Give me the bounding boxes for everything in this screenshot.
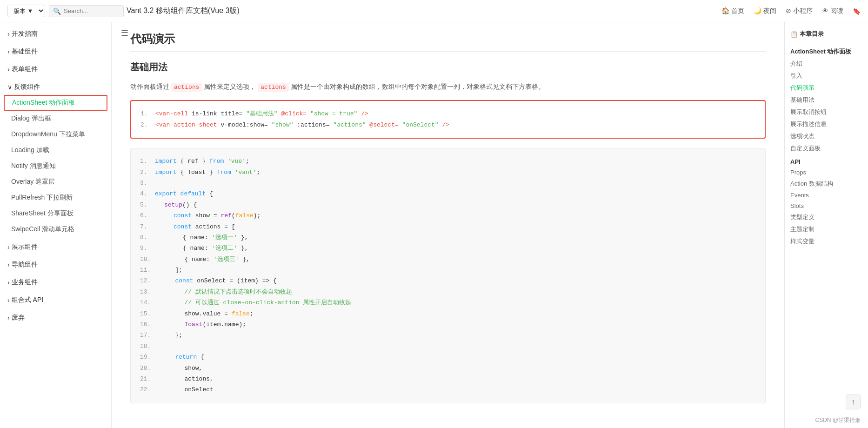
line-num: 4. (140, 188, 149, 199)
code-line-l16: 16. Toast(item.name); (140, 319, 756, 330)
code-t: Toast(item.name); (156, 319, 246, 330)
sidebar-item-swipecell[interactable]: SwipeCell 滑动单元格 (0, 221, 111, 237)
sidebar-group-basic: › 基础组件 (0, 44, 111, 60)
line-num: 17. (140, 330, 151, 341)
code-t: // 可以通过 close-on-click-action 属性开启自动收起 (156, 297, 351, 308)
toc-item-intro[interactable]: 介绍 (790, 58, 862, 70)
nav-home[interactable]: 🏠 首页 (721, 7, 744, 15)
code-line-l19: 19. return { (140, 352, 756, 362)
toc-item-status[interactable]: 选项状态 (790, 130, 862, 142)
nav-miniapp[interactable]: ⊘ 小程序 (786, 7, 813, 15)
toc-item-cancel[interactable]: 展示取消按钮 (790, 106, 862, 118)
code-t: import { Toast } from 'vant'; (155, 167, 260, 178)
toc-item-theme[interactable]: 主题定制 (790, 223, 862, 235)
sidebar-item-actionsheet[interactable]: ActionSheet 动作面板 (4, 95, 107, 111)
code-line-l18: 18. (140, 341, 756, 352)
sidebar-group-business-title[interactable]: › 业务组件 (0, 274, 111, 290)
code-line-l11: 11. ]; (140, 265, 756, 275)
sidebar: › 开发指南 › 基础组件 › 表单组件 ∨ 反馈组件 ActionSheet … (0, 22, 112, 428)
code-line-l4: 4. export default { (140, 188, 756, 199)
nav-night[interactable]: 🌙 夜间 (754, 7, 776, 15)
line-num: 12. (140, 275, 151, 286)
sidebar-group-nav-title[interactable]: › 导航组件 (0, 257, 111, 273)
sidebar-item-loading[interactable]: Loading 加载 (0, 142, 111, 158)
line-num: 2. (140, 167, 149, 178)
desc-text-1: 动作面板通过 (130, 83, 169, 90)
toc-item-events[interactable]: Events (790, 190, 862, 201)
code-t: { name: '选项三' }, (156, 254, 249, 265)
search-input[interactable] (64, 7, 120, 14)
line-num: 7. (140, 221, 149, 232)
code-text-1: <van-cell is-link title= "基础用法" @click= … (155, 108, 368, 119)
header: 版本 ▼ 🔍 Vant 3.2 移动组件库文档(Vue 3版) 🏠 首页 🌙 夜… (0, 0, 868, 22)
arrow-icon: › (7, 261, 10, 268)
version-select[interactable]: 版本 ▼ (7, 5, 45, 17)
toc-item-demo[interactable]: 代码演示 (790, 82, 862, 94)
arrow-icon: › (7, 296, 10, 304)
nav-read[interactable]: 👁 阅读 (822, 7, 843, 15)
toc-item-slots[interactable]: Slots (790, 201, 862, 211)
highlighted-code-content: 1. <van-cell is-link title= "基础用法" @clic… (131, 101, 765, 138)
code-line-l14: 14. // 可以通过 close-on-click-action 属性开启自动… (140, 297, 756, 308)
toc-item-style-vars[interactable]: 样式变量 (790, 235, 862, 247)
sidebar-group-label: 展示组件 (12, 243, 38, 251)
line-num: 1. (140, 156, 149, 167)
desc-text-3: 属性是一个由对象构成的数组，数组中的每个对象配置一列，对象格式见文档下方表格。 (291, 83, 545, 90)
toc-item-action-struct[interactable]: Action 数据结构 (790, 178, 862, 190)
code-line-l15: 15. show.value = false; (140, 308, 756, 319)
code-t: onSelect (156, 384, 213, 395)
code-line-l9: 9. { name: '选项二' }, (140, 243, 756, 254)
sidebar-group-guide: › 开发指南 (0, 26, 111, 42)
sidebar-group-label: 导航组件 (12, 261, 38, 269)
nav-bookmark[interactable]: 🔖 (853, 7, 861, 15)
sidebar-group-feedback: ∨ 反馈组件 ActionSheet 动作面板 Dialog 弹出框 Dropd… (0, 79, 111, 237)
line-num: 18. (140, 341, 151, 352)
sidebar-group-guide-title[interactable]: › 开发指南 (0, 26, 111, 42)
arrow-icon: › (7, 279, 10, 286)
toc-item-basic[interactable]: 基础用法 (790, 94, 862, 106)
line-num: 3. (140, 178, 149, 188)
toc-title: 📋 本章目录 (790, 30, 862, 38)
code-t: { name: '选项一' }, (155, 232, 248, 243)
code-t: const show = ref(false); (155, 210, 260, 221)
footer-watermark: CSDN @甘渠拾烟 (815, 416, 861, 424)
line-num: 16. (140, 319, 151, 330)
line-num: 5. (140, 200, 149, 210)
line-num: 19. (140, 352, 151, 362)
desc-text-2: 属性来定义选项， (204, 83, 256, 90)
code-text-2: <van-action-sheet v-model:show= "show" :… (155, 120, 449, 130)
arrow-icon: › (7, 314, 10, 321)
sidebar-group-basic-title[interactable]: › 基础组件 (0, 44, 111, 60)
sidebar-group-deprecated-title[interactable]: › 废弃 (0, 310, 111, 326)
toc-item-props[interactable]: Props (790, 167, 862, 178)
toc-item-types[interactable]: 类型定义 (790, 211, 862, 223)
toc-item-desc[interactable]: 展示描述信息 (790, 118, 862, 130)
sidebar-group-nav: › 导航组件 (0, 257, 111, 273)
header-left: 版本 ▼ 🔍 (7, 5, 119, 17)
code-t: const actions = [ (155, 221, 235, 232)
highlighted-code-block: 1. <van-cell is-link title= "基础用法" @clic… (130, 100, 766, 139)
sidebar-item-dropdownmenu[interactable]: DropdownMenu 下拉菜单 (0, 127, 111, 142)
sidebar-group-feedback-title[interactable]: ∨ 反馈组件 (0, 79, 111, 95)
main-code-content: 1. import { ref } from 'vue'; 2. import … (131, 148, 765, 403)
sidebar-group-display-title[interactable]: › 展示组件 (0, 239, 111, 255)
sidebar-item-dialog[interactable]: Dialog 弹出框 (0, 111, 111, 127)
code-line-l10: 10. { name: '选项三' }, (140, 254, 756, 265)
back-to-top-button[interactable]: ↑ (846, 395, 861, 409)
toc-item-import[interactable]: 引入 (790, 70, 862, 82)
toc-icon: 📋 (790, 31, 798, 38)
sidebar-item-notify[interactable]: Notify 消息通知 (0, 158, 111, 174)
main-code-block: 1. import { ref } from 'vue'; 2. import … (130, 148, 766, 403)
menu-toggle-icon[interactable]: ☰ (121, 28, 128, 38)
sidebar-item-pullrefresh[interactable]: PullRefresh 下拉刷新 (0, 190, 111, 206)
arrow-icon: › (7, 243, 10, 251)
code-line-l2: 2. import { Toast } from 'vant'; (140, 167, 756, 178)
code-t: export default { (155, 188, 213, 199)
header-nav: 🏠 首页 🌙 夜间 ⊘ 小程序 👁 阅读 🔖 (721, 7, 861, 15)
line-num: 21. (140, 374, 151, 384)
sidebar-group-form-title[interactable]: › 表单组件 (0, 61, 111, 77)
sidebar-item-sharesheet[interactable]: ShareSheet 分享面板 (0, 206, 111, 221)
toc-item-custom[interactable]: 自定义面板 (790, 142, 862, 154)
sidebar-group-composable-title[interactable]: › 组合式 API (0, 292, 111, 308)
sidebar-item-overlay[interactable]: Overlay 遮罩层 (0, 174, 111, 190)
